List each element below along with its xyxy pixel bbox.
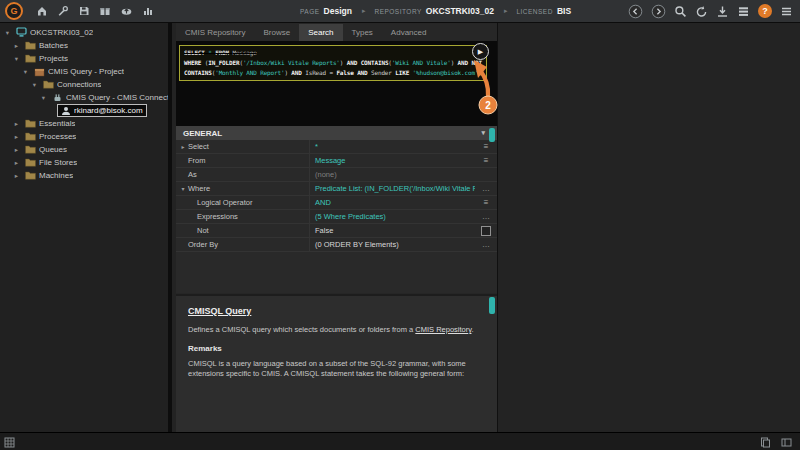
sql-query-box[interactable]: SELECT * FROM MessageWHERE (IN_FOLDER('/… — [179, 45, 487, 81]
home-icon — [36, 5, 48, 17]
tree-item-inner: Queues — [21, 143, 71, 156]
property-menu-button[interactable]: ≡ — [484, 143, 489, 151]
property-value-cell[interactable]: Predicate List: (IN_FOLDER('/Inbox/Wiki … — [310, 182, 475, 195]
collapse-group-icon[interactable]: ▾ — [481, 129, 485, 137]
tree-expand-icon[interactable]: ▸ — [12, 42, 21, 50]
tree-expand-icon[interactable]: ▾ — [39, 94, 48, 102]
property-label: Expressions — [188, 212, 238, 221]
sql-token: IsRead = — [302, 69, 337, 76]
property-value-cell[interactable]: False — [310, 224, 475, 237]
tree-expand-icon[interactable]: ▾ — [21, 68, 30, 76]
tab-browse[interactable]: Browse — [254, 24, 299, 41]
breadcrumb-value[interactable]: Design — [324, 6, 352, 16]
stack-button[interactable] — [737, 5, 750, 18]
property-value-cell[interactable]: AND — [310, 196, 475, 209]
tree-item-cmis-query-project[interactable]: ▾CMIS Query - Project — [0, 65, 168, 78]
help-scrollbar-thumb[interactable] — [489, 297, 495, 314]
download-button[interactable] — [716, 5, 729, 18]
tree-item-queues[interactable]: ▸Queues — [0, 143, 168, 156]
tree-expand-icon[interactable]: ▸ — [12, 133, 21, 141]
property-group-header[interactable]: GENERAL ▾ — [176, 126, 497, 140]
folder-icon — [25, 145, 36, 154]
home-button[interactable] — [36, 5, 48, 17]
tree-item-cmis-query-cmis-connection[interactable]: ▾CMIS Query - CMIS Connection — [0, 91, 168, 104]
breadcrumb-value[interactable]: OKCSTRKI03_02 — [426, 6, 494, 16]
user-icon — [61, 106, 71, 116]
bar-chart-button[interactable] — [142, 5, 154, 17]
tree-expand-icon[interactable]: ▸ — [12, 172, 21, 180]
sql-token: AND NOT — [458, 59, 482, 66]
property-row-select[interactable]: ▸Select*≡ — [176, 140, 497, 154]
breadcrumb-value[interactable]: BIS — [557, 6, 571, 16]
property-row-from[interactable]: FromMessage≡ — [176, 154, 497, 168]
nav-back-button[interactable] — [628, 4, 643, 19]
property-ellipsis-button[interactable]: … — [482, 241, 490, 249]
tree-expand-icon[interactable]: ▸ — [12, 120, 21, 128]
tab-advanced[interactable]: Advanced — [382, 24, 436, 41]
cloud-upload-button[interactable] — [120, 5, 133, 17]
property-menu-button[interactable]: ≡ — [484, 199, 489, 207]
help-description: Defines a CMISQL query which selects doc… — [188, 325, 485, 335]
tree-item-projects[interactable]: ▾Projects — [0, 52, 168, 65]
package-button[interactable] — [99, 5, 111, 17]
property-row-not[interactable]: NotFalse — [176, 224, 497, 238]
property-ellipsis-button[interactable]: … — [482, 185, 490, 193]
tree-item-label: Projects — [39, 54, 68, 63]
tab-search[interactable]: Search — [299, 24, 342, 41]
property-value-cell[interactable]: (0 ORDER BY Elements) — [310, 238, 475, 251]
tree-item-processes[interactable]: ▸Processes — [0, 130, 168, 143]
property-value-cell[interactable]: * — [310, 140, 475, 153]
tree-item-machines[interactable]: ▸Machines — [0, 169, 168, 182]
property-label: As — [188, 170, 197, 179]
folder-icon — [43, 80, 54, 89]
sql-token: LIKE — [395, 69, 409, 76]
grid-button[interactable] — [4, 437, 15, 448]
tab-cmis-repository[interactable]: CMIS Repository — [176, 24, 254, 41]
tree-item-connections[interactable]: ▾Connections — [0, 78, 168, 91]
help-button[interactable]: ? — [758, 4, 772, 18]
propgrid-scrollbar-thumb[interactable] — [489, 128, 495, 142]
tree-expand-icon[interactable]: ▸ — [12, 146, 21, 154]
pages-button[interactable] — [760, 437, 771, 448]
property-ellipsis-button[interactable]: … — [482, 213, 490, 221]
property-value-cell[interactable]: Message — [310, 154, 475, 167]
refresh-button[interactable] — [695, 5, 708, 18]
property-value-cell[interactable]: (5 Where Predicates) — [310, 210, 475, 223]
tools-button[interactable] — [57, 5, 69, 17]
property-value-cell[interactable]: (none) — [310, 168, 475, 181]
tree-expand-icon[interactable]: ▾ — [12, 55, 21, 63]
save-button[interactable] — [78, 5, 90, 17]
tree-item-rkinard-bisok-com[interactable]: rkinard@bisok.com — [0, 104, 168, 117]
sql-token: CONTAINS — [184, 69, 212, 76]
tree-item-essentials[interactable]: ▸Essentials — [0, 117, 168, 130]
sql-token: AND — [357, 69, 367, 76]
cmis-repository-link[interactable]: CMIS Repository — [415, 325, 471, 334]
property-row-logical-operator[interactable]: Logical OperatorAND≡ — [176, 196, 497, 210]
property-label: Select — [188, 142, 209, 151]
tab-types[interactable]: Types — [343, 24, 382, 41]
query-editor[interactable]: SELECT * FROM MessageWHERE (IN_FOLDER('/… — [176, 41, 497, 126]
property-row-where[interactable]: ▾WherePredicate List: (IN_FOLDER('/Inbox… — [176, 182, 497, 196]
property-checkbox[interactable] — [481, 226, 491, 236]
property-expand-icon[interactable]: ▾ — [178, 185, 188, 192]
tree-expand-icon[interactable]: ▸ — [12, 159, 21, 167]
property-control-cell: ≡ — [475, 140, 497, 153]
tree-expand-icon[interactable]: ▾ — [30, 81, 39, 89]
search-button[interactable] — [674, 5, 687, 18]
property-row-expressions[interactable]: Expressions(5 Where Predicates)… — [176, 210, 497, 224]
tree-item-batches[interactable]: ▸Batches — [0, 39, 168, 52]
tree-item-okcstrki03-02[interactable]: ▾OKCSTRKI03_02 — [0, 26, 168, 39]
property-menu-button[interactable]: ≡ — [484, 157, 489, 165]
property-expand-icon[interactable]: ▸ — [178, 143, 188, 150]
nav-forward-button[interactable] — [651, 4, 666, 19]
sql-token: CONTAINS — [361, 59, 389, 66]
panel-button[interactable] — [781, 437, 792, 448]
tree-expand-icon[interactable]: ▾ — [3, 29, 12, 37]
menu-button[interactable] — [780, 5, 793, 18]
property-row-as[interactable]: As(none) — [176, 168, 497, 182]
property-row-order-by[interactable]: Order By(0 ORDER BY Elements)… — [176, 238, 497, 252]
run-query-button[interactable]: ▶ — [472, 43, 489, 60]
tree-item-file-stores[interactable]: ▸File Stores — [0, 156, 168, 169]
sql-token: Message — [233, 49, 257, 56]
breadcrumb-label: REPOSITORY — [374, 8, 421, 15]
